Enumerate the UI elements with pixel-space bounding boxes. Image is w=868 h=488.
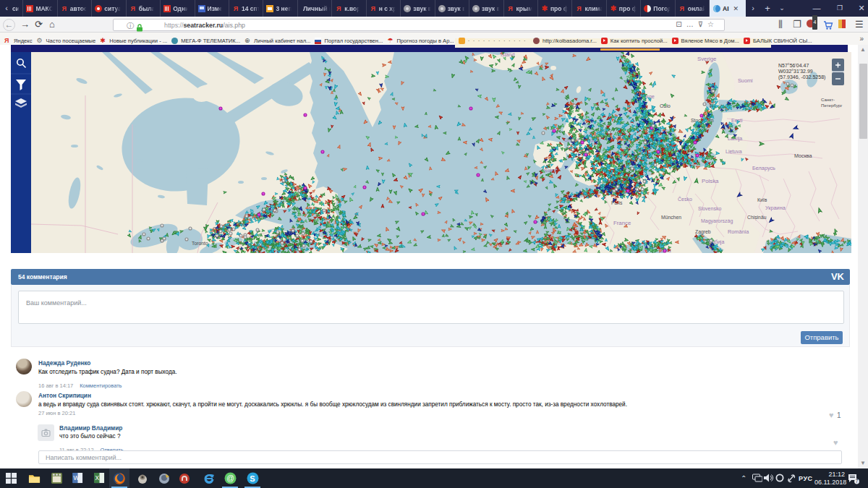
svg-text:Polska: Polska — [702, 178, 719, 184]
svg-text:München: München — [661, 215, 681, 220]
svg-text:W: W — [73, 474, 79, 481]
svg-text:Toronto: Toronto — [192, 241, 208, 246]
svg-text:Санкт-: Санкт- — [821, 97, 835, 102]
svg-text:Київ: Київ — [757, 197, 767, 202]
svg-text:X: X — [95, 474, 99, 481]
svg-text:S: S — [250, 474, 255, 483]
svg-text:@: @ — [226, 474, 234, 482]
svg-text:Suomi: Suomi — [738, 77, 753, 84]
svg-text:Беларусь: Беларусь — [752, 165, 775, 171]
svg-text:Slovensko: Slovensko — [698, 206, 721, 211]
svg-text:Москва: Москва — [794, 153, 812, 159]
svg-text:N57°56'04.47: N57°56'04.47 — [778, 63, 809, 68]
svg-text:Latvija: Latvija — [728, 136, 742, 142]
svg-text:(57.9346, -032.5258): (57.9346, -032.5258) — [778, 74, 825, 80]
svg-text:Magyarország: Magyarország — [701, 218, 733, 224]
svg-text:Zagreb: Zagreb — [695, 229, 711, 235]
svg-text:Chișinău: Chișinău — [747, 215, 767, 221]
svg-text:France: France — [613, 220, 631, 226]
svg-text:W032°31'32.99: W032°31'32.99 — [778, 69, 813, 74]
svg-text:Sverige: Sverige — [697, 56, 716, 62]
svg-text:Петербург: Петербург — [821, 103, 843, 108]
svg-text:Česko: Česko — [678, 196, 692, 202]
svg-text:Lietuva: Lietuva — [726, 149, 742, 154]
svg-text:Украина: Украина — [765, 205, 786, 211]
svg-text:7: 7 — [856, 479, 859, 484]
svg-text:România: România — [728, 228, 749, 235]
